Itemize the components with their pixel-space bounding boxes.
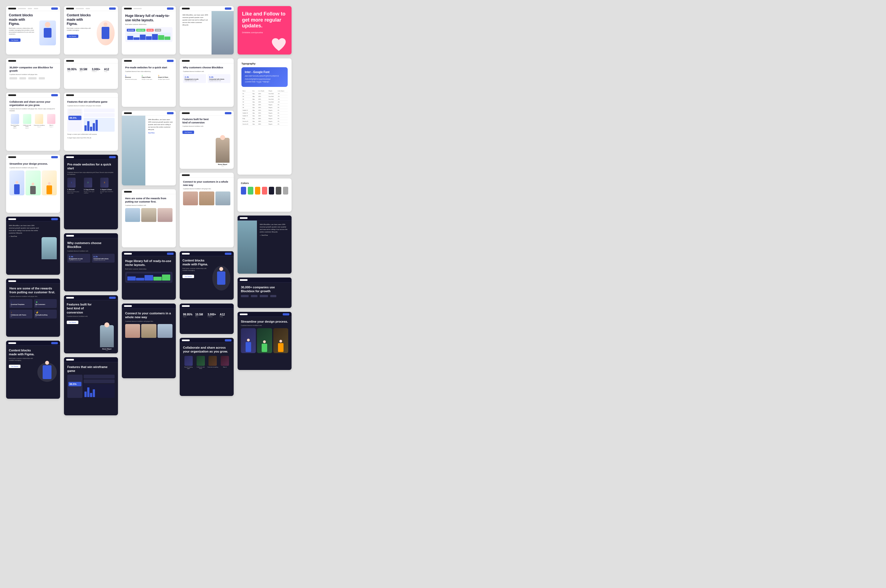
card-content-blocks-light: Content blocks made with Figma. Build be… [6, 6, 60, 54]
nav-cta-button[interactable] [167, 8, 174, 10]
illustration-area [212, 258, 231, 297]
logo-toast [270, 295, 276, 297]
cta-button[interactable]: Get Started [67, 34, 78, 38]
colors-body: Colors [238, 178, 292, 198]
quote-area: With BlockBox, we have seen 30% revenue … [257, 220, 292, 274]
cell: 150% [257, 114, 268, 117]
nav-cta-button[interactable] [51, 8, 58, 10]
feature-item-1: Beautiful landing pages Feature 1 [9, 114, 21, 129]
step-icon: 2 [84, 178, 92, 188]
nav-logo [8, 60, 16, 62]
cell: 150% [257, 111, 268, 114]
cell: 12px [251, 123, 257, 125]
card-body: Features built for best kind of conversi… [64, 300, 118, 353]
nav-cta-button[interactable] [51, 342, 58, 344]
step-text: A single Figma what fill [158, 79, 173, 80]
table-row: Overline 0116px160%Regular2% [241, 120, 288, 123]
cta-button[interactable]: Get Started [182, 130, 194, 134]
cta-button[interactable]: Get Started [67, 321, 78, 324]
nav-logo [124, 112, 132, 114]
cell: 0% [277, 103, 288, 106]
card-library-dark: Huge library full of ready-to-use niche … [122, 251, 176, 300]
swatch-orange [255, 187, 260, 195]
nav-cta-button[interactable] [225, 253, 232, 255]
chart-bar [134, 38, 139, 40]
mockup-sidebar: 88.5% [67, 108, 83, 132]
card-testimonial-light: With BlockBox, we have seen 30% revenue … [180, 6, 234, 54]
step-title: Export & Share [158, 76, 173, 78]
chart-bar [87, 387, 89, 397]
cell: 16px [251, 117, 257, 120]
nav-cta-button[interactable] [225, 112, 232, 114]
stat-label: Rating [104, 71, 114, 72]
feature-label: Beautiful landing pages [183, 366, 194, 369]
person-area: Master Miguel Role [99, 303, 115, 351]
feature-illus [197, 356, 205, 366]
card-streamline: Streamline your design process. Cupidata… [6, 154, 60, 213]
chart-bar [152, 34, 158, 40]
nav-link [28, 8, 32, 9]
table-row: Subtitle 0316px150%Regular0% [241, 114, 288, 117]
stats-grid: 99.95% Uptime 10.5M Users 3,000+ Templat… [183, 313, 230, 317]
card-title: Features that win wireframe game [67, 100, 114, 104]
step-number: 2 [87, 181, 88, 184]
nav-cta-button[interactable] [225, 339, 232, 342]
cell: 48px [251, 95, 257, 98]
stat-label: Uptime [67, 71, 78, 72]
card-social-cta: Like and Follow to get more regular upda… [238, 6, 292, 54]
cta-button[interactable]: Get Started [9, 365, 21, 368]
quote-text: With BlockBox, we have seen 30% revenue … [182, 14, 209, 26]
nav-logo [182, 8, 190, 9]
nav-cta-button[interactable] [167, 112, 174, 114]
card-title: Content blocks made with Figma. [67, 13, 94, 26]
feature-sublabel: Feature 3 [38, 126, 41, 128]
nav-link [134, 8, 142, 9]
dashboard-preview-dark [125, 272, 173, 283]
stats-grid: 99.95% Uptime 10.5M Users 3,000+ Templat… [67, 68, 114, 72]
colors-title: Colors [241, 182, 288, 184]
nav-logo [66, 60, 74, 62]
person-photo [212, 11, 234, 54]
mockup-row [84, 113, 114, 117]
nav-cta-button[interactable] [51, 94, 58, 96]
logo-strip [9, 77, 57, 80]
nav-cta-button[interactable] [283, 313, 289, 315]
card-title: Pre-made websites for a quick start [67, 162, 114, 171]
nav-cta-button[interactable] [225, 8, 232, 10]
step-text: A beautiful landing page [125, 79, 140, 80]
card-subtitle: Cupidatat deserunt incididunt velit. [67, 250, 114, 252]
cell: Subtitle 01 [241, 109, 251, 111]
card-subtitle: Cupidatat deserunt incididunt velit. [183, 70, 230, 72]
cta-button[interactable]: Get Started [9, 39, 21, 42]
nav-cta-button[interactable] [167, 60, 174, 62]
card-subtitle: Cupidatat deserunt incididunt velit. [241, 325, 288, 327]
logo-adroll [9, 77, 17, 80]
cta-button[interactable]: Get Started [182, 275, 194, 278]
col-weight: Weight [268, 90, 277, 92]
card-body: Collaborate and share across your organi… [6, 98, 60, 132]
dash-stat: $880,500 [136, 29, 145, 32]
cell: Regular [268, 103, 277, 106]
nav-cta-button[interactable] [51, 218, 58, 220]
nav-cta-button[interactable] [109, 297, 116, 299]
column-3: Huge library full of ready-to-use niche … [122, 6, 176, 416]
nav-cta-button[interactable] [109, 156, 116, 158]
nav-logo [124, 8, 132, 9]
sidebar-item [68, 376, 81, 377]
nav-cta-button[interactable] [51, 156, 58, 158]
card-library-hero: Huge library full of ready-to-use niche … [122, 6, 176, 54]
card-navbar [6, 6, 60, 11]
nav-cta-button[interactable] [109, 8, 116, 10]
illustration-figure [39, 21, 56, 45]
card-navbar [64, 6, 118, 11]
logo-segment [251, 295, 257, 297]
char-body [44, 28, 51, 38]
cell: 20px [251, 109, 257, 111]
card-hero-dark: Content blocks made with Figma. Build be… [180, 251, 234, 300]
feature-illus [209, 356, 217, 366]
nav-cta-button[interactable] [167, 253, 174, 255]
illustration-row [9, 171, 57, 195]
cell: Regular [268, 123, 277, 125]
card-content-blocks-peach: Content blocks made with Figma. Build be… [64, 6, 118, 54]
mockup-main [84, 108, 114, 132]
